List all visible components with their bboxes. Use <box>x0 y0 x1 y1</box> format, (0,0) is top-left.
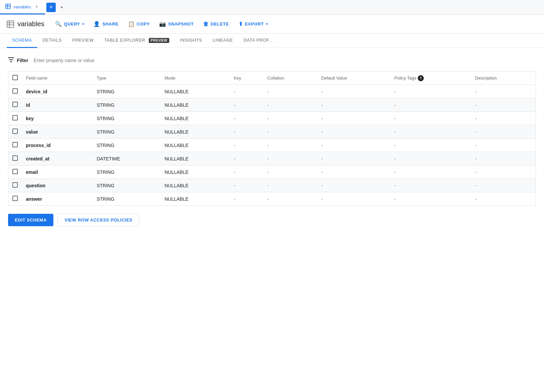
tab-variables[interactable]: variables × <box>0 0 45 14</box>
table-header-row: Field name Type Mode Key Collation Defau… <box>8 71 536 85</box>
row-default-value: - <box>317 192 391 206</box>
query-button[interactable]: 🔍 QUERY ▾ <box>51 19 88 29</box>
row-default-value: - <box>317 139 391 152</box>
row-policy-tags: - <box>390 98 471 112</box>
row-mode: NULLABLE <box>161 152 230 165</box>
table-row: email STRING NULLABLE - - - - - <box>8 165 536 179</box>
tab-details[interactable]: DETAILS <box>37 34 67 48</box>
view-row-access-policies-button[interactable]: VIEW ROW ACCESS POLICIES <box>57 214 139 226</box>
edit-schema-button[interactable]: EDIT SCHEMA <box>8 214 53 226</box>
tab-schema[interactable]: SCHEMA <box>7 34 37 48</box>
row-default-value: - <box>317 165 391 179</box>
tab-preview[interactable]: PREVIEW <box>67 34 99 48</box>
row-description: - <box>471 112 536 125</box>
row-checkbox-cell <box>8 139 22 152</box>
row-type: DATETIME <box>93 152 161 165</box>
row-collation: - <box>263 165 317 179</box>
row-default-value: - <box>317 85 391 98</box>
row-checkbox[interactable] <box>12 155 18 161</box>
preview-badge: PREVIEW <box>149 38 170 43</box>
row-mode: NULLABLE <box>161 112 230 125</box>
share-button[interactable]: 👤 SHARE <box>89 19 123 29</box>
policy-tags-help-icon[interactable]: ? <box>418 75 424 81</box>
copy-button[interactable]: 📋 COPY <box>124 19 154 29</box>
row-key: - <box>230 112 263 125</box>
row-mode: NULLABLE <box>161 98 230 112</box>
row-field-name: value <box>22 125 93 139</box>
row-field-name: id <box>22 98 93 112</box>
row-collation: - <box>263 152 317 165</box>
row-type: STRING <box>93 98 161 112</box>
row-description: - <box>471 139 536 152</box>
tab-table-explorer[interactable]: TABLE EXPLORER PREVIEW <box>99 34 175 48</box>
table-row: created_at DATETIME NULLABLE - - - - - <box>8 152 536 165</box>
row-mode: NULLABLE <box>161 179 230 192</box>
nav-tabs: SCHEMA DETAILS PREVIEW TABLE EXPLORER PR… <box>0 34 544 48</box>
row-checkbox-cell <box>8 112 22 125</box>
row-key: - <box>230 139 263 152</box>
toolbar-table-icon <box>7 20 14 28</box>
svg-rect-4 <box>7 21 14 28</box>
row-checkbox-cell <box>8 98 22 112</box>
export-chevron-icon: ▾ <box>266 22 268 26</box>
row-mode: NULLABLE <box>161 192 230 206</box>
row-checkbox-cell <box>8 85 22 98</box>
header-checkbox-cell <box>8 71 22 85</box>
delete-button[interactable]: 🗑 DELETE <box>199 19 233 29</box>
tab-insights[interactable]: INSIGHTS <box>175 34 207 48</box>
row-checkbox[interactable] <box>12 129 18 134</box>
row-default-value: - <box>317 179 391 192</box>
tab-data-profile[interactable]: DATA PROF... <box>238 34 278 48</box>
filter-icon <box>8 57 14 63</box>
select-all-checkbox[interactable] <box>12 75 18 80</box>
tab-add-button[interactable]: + <box>46 3 56 12</box>
row-key: - <box>230 192 263 206</box>
row-checkbox[interactable] <box>12 102 18 107</box>
toolbar-title-group: variables <box>7 20 44 28</box>
row-mode: NULLABLE <box>161 85 230 98</box>
tab-close-button[interactable]: × <box>34 4 40 10</box>
export-icon: ⬆ <box>238 21 243 27</box>
tab-chevron-button[interactable]: ▾ <box>57 3 66 12</box>
row-checkbox[interactable] <box>12 88 18 94</box>
row-key: - <box>230 98 263 112</box>
query-icon: 🔍 <box>55 21 62 27</box>
filter-bar: Filter <box>8 55 536 66</box>
row-collation: - <box>263 139 317 152</box>
row-field-name: device_id <box>22 85 93 98</box>
row-policy-tags: - <box>390 139 471 152</box>
filter-input[interactable] <box>34 58 536 63</box>
delete-icon: 🗑 <box>203 21 209 27</box>
table-row: key STRING NULLABLE - - - - - <box>8 112 536 125</box>
row-description: - <box>471 98 536 112</box>
row-description: - <box>471 152 536 165</box>
row-field-name: created_at <box>22 152 93 165</box>
table-row: value STRING NULLABLE - - - - - <box>8 125 536 139</box>
row-field-name: answer <box>22 192 93 206</box>
row-type: STRING <box>93 85 161 98</box>
schema-table: Field name Type Mode Key Collation Defau… <box>8 71 536 206</box>
table-row: process_id STRING NULLABLE - - - - - <box>8 139 536 152</box>
row-checkbox[interactable] <box>12 169 18 174</box>
row-policy-tags: - <box>390 192 471 206</box>
row-collation: - <box>263 179 317 192</box>
filter-label: Filter <box>17 58 28 63</box>
row-checkbox[interactable] <box>12 196 18 201</box>
row-checkbox[interactable] <box>12 115 18 120</box>
row-checkbox[interactable] <box>12 142 18 147</box>
col-field-name: Field name <box>22 71 93 85</box>
row-policy-tags: - <box>390 179 471 192</box>
table-row: device_id STRING NULLABLE - - - - - <box>8 85 536 98</box>
table-icon <box>5 4 11 10</box>
content-area: Filter Field name Type Mode Key Collatio… <box>0 48 544 233</box>
row-mode: NULLABLE <box>161 125 230 139</box>
row-field-name: process_id <box>22 139 93 152</box>
row-type: STRING <box>93 125 161 139</box>
tab-lineage[interactable]: LINEAGE <box>208 34 238 48</box>
row-checkbox[interactable] <box>12 182 18 188</box>
tab-label: variables <box>13 4 31 9</box>
copy-icon: 📋 <box>128 21 135 27</box>
row-policy-tags: - <box>390 85 471 98</box>
snapshot-button[interactable]: 📷 SNAPSHOT <box>155 19 198 29</box>
export-button[interactable]: ⬆ EXPORT ▾ <box>234 19 272 29</box>
